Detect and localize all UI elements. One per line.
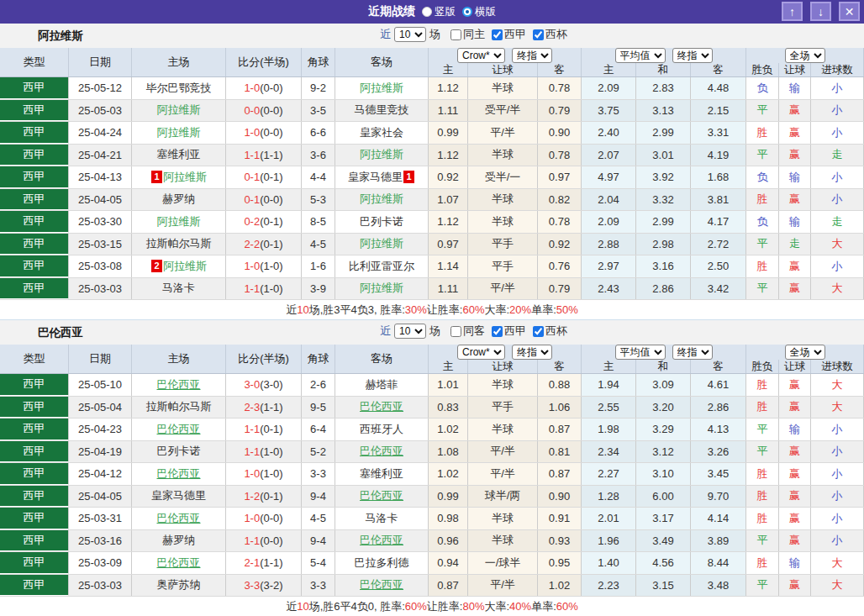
scope-select[interactable]: 全场 bbox=[785, 48, 825, 63]
league-cell: 西甲 bbox=[0, 189, 69, 211]
odds-select-row: Crow* 终指 平均值 终指 全场 bbox=[429, 345, 864, 360]
match-row: 西甲25-03-09巴伦西亚2-1(1-1)5-4巴拉多利德0.94一/球半0.… bbox=[0, 552, 864, 575]
away-team-name[interactable]: 阿拉维斯 bbox=[360, 81, 403, 96]
league-cell: 西甲 bbox=[0, 508, 69, 529]
recent-count-select[interactable]: 10 bbox=[394, 324, 426, 339]
europe-odds-cell: 2.15 bbox=[691, 100, 746, 122]
same-venue-checkbox[interactable] bbox=[450, 29, 461, 40]
goals-result-cell: 走 bbox=[811, 145, 864, 166]
away-team-name[interactable]: 阿拉维斯 bbox=[360, 192, 403, 207]
europe-odds-cell: 2.34 bbox=[582, 441, 636, 463]
handicap-result-cell: 赢 bbox=[779, 463, 811, 485]
col-header-euro-draw: 和 bbox=[636, 63, 691, 76]
handicap-odds-cell: 平手 bbox=[468, 234, 538, 255]
league-checkbox[interactable] bbox=[492, 29, 503, 40]
home-team-name[interactable]: 巴伦西亚 bbox=[157, 555, 201, 571]
away-team-name[interactable]: 巴伦西亚 bbox=[360, 488, 403, 503]
bookmaker-select[interactable]: Crow* bbox=[457, 48, 505, 63]
europe-time-select[interactable]: 终指 bbox=[672, 48, 713, 63]
europe-odds-cell: 2.55 bbox=[582, 397, 636, 419]
away-team-name[interactable]: 巴伦西亚 bbox=[360, 399, 403, 414]
cup-filter[interactable]: 西杯 bbox=[533, 324, 567, 339]
match-row: 西甲25-04-24阿拉维斯1-0(0-0)6-6皇家社会0.99平/半0.90… bbox=[0, 122, 864, 145]
half-score: (0-0) bbox=[260, 512, 282, 524]
summary-text: 40% bbox=[509, 600, 531, 613]
europe-odds-cell: 4.17 bbox=[691, 211, 746, 233]
home-team-name[interactable]: 阿拉维斯 bbox=[163, 170, 207, 185]
home-team-name[interactable]: 巴伦西亚 bbox=[157, 422, 201, 437]
handicap-result-cell: 赢 bbox=[779, 145, 811, 166]
europe-avg-select[interactable]: 平均值 bbox=[615, 345, 666, 360]
match-row: 西甲25-05-12毕尔巴鄂竞技1-0(0-0)9-2阿拉维斯1.12半球0.7… bbox=[0, 77, 864, 100]
handicap-odds-cell: 平/半 bbox=[468, 122, 538, 144]
same-venue-filter[interactable]: 同主 bbox=[450, 27, 485, 42]
team-filter-bar: 巴伦西亚 近 10 场 同客 西甲 西杯 bbox=[0, 320, 864, 345]
home-team-name[interactable]: 阿拉维斯 bbox=[163, 259, 207, 274]
match-row: 西甲25-05-03阿拉维斯0-0(0-0)3-5马德里竞技1.11受平/半0.… bbox=[0, 100, 864, 123]
move-up-button[interactable]: ↑ bbox=[782, 2, 803, 21]
match-row: 西甲25-03-30阿拉维斯0-2(0-1)8-5巴列卡诺1.12半球0.782… bbox=[0, 211, 864, 234]
full-score: 0-1 bbox=[244, 171, 260, 183]
away-team-cell: 皇家社会 bbox=[335, 122, 429, 144]
corner-cell: 4-5 bbox=[302, 508, 335, 529]
close-button[interactable]: ✕ bbox=[839, 2, 860, 21]
goals-result-cell: 大 bbox=[811, 552, 864, 574]
home-team-name[interactable]: 巴伦西亚 bbox=[157, 466, 201, 482]
scope-select[interactable]: 全场 bbox=[785, 345, 825, 360]
handicap-result-cell: 赢 bbox=[779, 441, 811, 463]
table-header: 类型 日期 主场 比分(半场) 角球 客场 Crow* 终指 平均值 终指 全场… bbox=[0, 345, 864, 374]
same-venue-checkbox[interactable] bbox=[450, 326, 461, 337]
outcome-cell: 胜 bbox=[746, 122, 779, 144]
home-team-name[interactable]: 阿拉维斯 bbox=[157, 214, 201, 229]
full-score: 1-0 bbox=[244, 512, 260, 524]
handicap-time-select[interactable]: 终指 bbox=[512, 48, 552, 63]
home-team-cell: 巴伦西亚 bbox=[132, 419, 226, 440]
recent-count-select[interactable]: 10 bbox=[394, 27, 426, 42]
away-team-name[interactable]: 巴伦西亚 bbox=[360, 577, 403, 592]
summary-text: 近 bbox=[286, 599, 297, 614]
away-team-name[interactable]: 阿拉维斯 bbox=[360, 236, 403, 251]
home-team-cell: 2阿拉维斯 bbox=[132, 255, 226, 277]
bookmaker-select[interactable]: Crow* bbox=[457, 345, 505, 360]
layout-horizontal-radio[interactable]: 横版 bbox=[462, 5, 496, 19]
home-team-name[interactable]: 阿拉维斯 bbox=[157, 125, 201, 140]
away-team-name[interactable]: 巴伦西亚 bbox=[360, 533, 403, 548]
home-team-name[interactable]: 巴伦西亚 bbox=[157, 511, 201, 526]
home-team-cell: 巴伦西亚 bbox=[132, 374, 226, 396]
summary-text: 20% bbox=[509, 303, 531, 316]
goals-result-cell: 小 bbox=[811, 122, 864, 144]
handicap-time-select[interactable]: 终指 bbox=[512, 345, 552, 360]
move-down-button[interactable]: ↓ bbox=[810, 2, 831, 21]
goals-result-cell: 小 bbox=[811, 419, 864, 440]
europe-avg-select[interactable]: 平均值 bbox=[615, 48, 666, 63]
home-team-name[interactable]: 巴伦西亚 bbox=[157, 377, 201, 392]
match-date: 25-04-05 bbox=[69, 486, 132, 508]
layout-vertical-radio[interactable]: 竖版 bbox=[422, 5, 456, 19]
away-team-name[interactable]: 巴伦西亚 bbox=[360, 444, 403, 459]
handicap-result-cell: 赢 bbox=[779, 508, 811, 529]
home-team-name: 拉斯帕尔马斯 bbox=[146, 399, 212, 414]
col-header-euro-home: 主 bbox=[582, 360, 636, 373]
league-filter[interactable]: 西甲 bbox=[492, 324, 526, 339]
europe-time-select[interactable]: 终指 bbox=[672, 345, 713, 360]
away-team-name: 比利亚雷亚尔 bbox=[349, 259, 414, 274]
col-header-let-line: 让球 bbox=[468, 63, 538, 76]
away-team-name[interactable]: 阿拉维斯 bbox=[360, 147, 403, 162]
score-cell: 1-1(1-0) bbox=[226, 441, 302, 463]
cup-checkbox[interactable] bbox=[533, 326, 544, 337]
league-cell: 西甲 bbox=[0, 374, 69, 396]
match-date: 25-05-12 bbox=[69, 77, 132, 99]
corner-cell: 1-6 bbox=[302, 255, 335, 277]
handicap-result-cell: 赢 bbox=[779, 100, 811, 122]
europe-odds-cell: 1.40 bbox=[582, 552, 636, 574]
home-team-name[interactable]: 阿拉维斯 bbox=[157, 103, 201, 118]
europe-odds-cell: 2.86 bbox=[636, 278, 691, 300]
outcome-cell: 胜 bbox=[746, 374, 779, 396]
league-checkbox[interactable] bbox=[492, 326, 503, 337]
away-team-name[interactable]: 阿拉维斯 bbox=[360, 281, 403, 296]
cup-checkbox[interactable] bbox=[533, 29, 544, 40]
cup-filter[interactable]: 西杯 bbox=[533, 27, 567, 42]
same-venue-filter[interactable]: 同客 bbox=[450, 324, 485, 339]
league-filter[interactable]: 西甲 bbox=[492, 27, 526, 42]
summary-text: 80% bbox=[462, 600, 484, 613]
